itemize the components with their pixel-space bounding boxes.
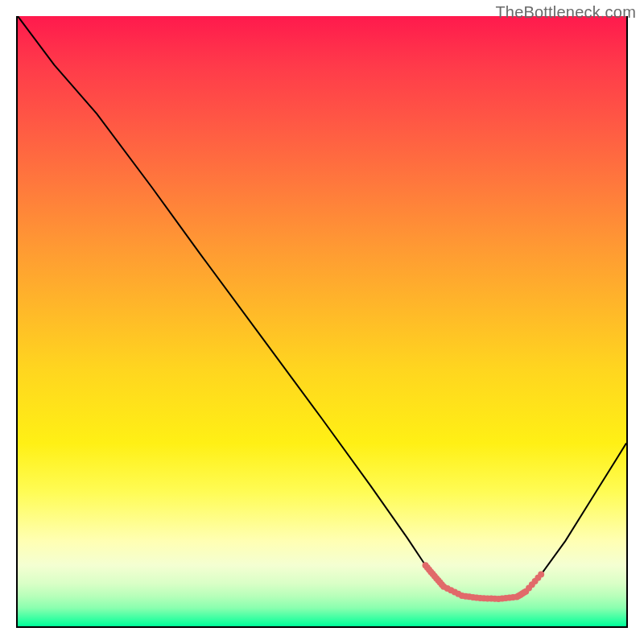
chart-canvas: TheBottleneck.com xyxy=(0,0,644,644)
optimal-range-marker xyxy=(423,562,545,602)
plot-area xyxy=(16,16,628,628)
bottleneck-curve-path xyxy=(18,16,626,599)
marker-dot xyxy=(538,572,544,578)
watermark-text: TheBottleneck.com xyxy=(495,3,636,22)
chart-svg xyxy=(18,16,626,626)
